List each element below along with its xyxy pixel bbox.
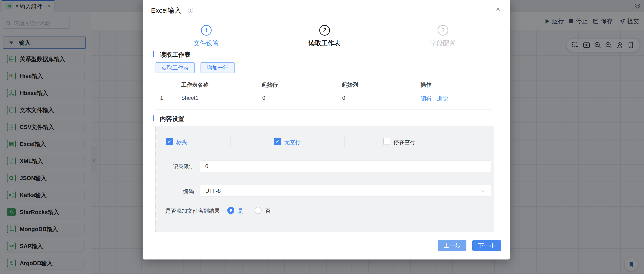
- divider: [344, 136, 345, 147]
- header-checkbox-label[interactable]: 标头: [176, 139, 187, 146]
- no-empty-row-checkbox-label[interactable]: 无空行: [284, 139, 301, 146]
- col-header-actions: 操作: [420, 81, 432, 88]
- table-divider: [155, 90, 492, 90]
- step-1-label[interactable]: 文件设置: [179, 39, 234, 48]
- table-divider: [155, 109, 492, 110]
- next-step-button[interactable]: 下一步: [472, 240, 501, 251]
- step-3-circle[interactable]: 3: [438, 25, 448, 36]
- modal-title: Excel输入: [151, 6, 181, 15]
- row-delete-link[interactable]: 删除: [437, 95, 448, 102]
- svg-text:?: ?: [190, 9, 192, 12]
- encoding-label: 编码: [183, 188, 194, 195]
- add-filename-label: 是否添加文件名到结果: [165, 207, 220, 215]
- app-root: DI * 输入组件 × 运行 停止 保存 提交: [0, 0, 644, 274]
- check-icon: ✓: [167, 138, 172, 144]
- row-start-row: 0: [262, 95, 265, 101]
- add-filename-yes-radio[interactable]: [227, 207, 234, 214]
- excel-input-modal: Excel输入 ? × 1 2 3 文件设置 读取工作表 字段配置 读取工作表 …: [142, 0, 510, 260]
- add-filename-no-radio[interactable]: [254, 207, 262, 214]
- encoding-select[interactable]: UTF-8: [200, 185, 491, 197]
- step-2-label[interactable]: 读取工作表: [297, 39, 352, 48]
- help-icon[interactable]: ?: [187, 7, 194, 13]
- sheet-section-heading: 读取工作表: [160, 51, 190, 59]
- stop-at-empty-checkbox-label[interactable]: 停在空行: [394, 139, 415, 146]
- section-bar: [153, 51, 154, 57]
- modal-close-icon[interactable]: ×: [494, 5, 502, 14]
- record-limit-input[interactable]: [200, 160, 491, 172]
- check-icon: ✓: [276, 138, 280, 144]
- row-start-col: 0: [342, 95, 345, 101]
- row-edit-link[interactable]: 编辑: [420, 95, 432, 102]
- col-header-start-col: 起始列: [342, 81, 358, 88]
- section-bar: [153, 115, 154, 121]
- no-empty-row-checkbox[interactable]: ✓: [274, 138, 281, 145]
- add-filename-no-label[interactable]: 否: [265, 207, 270, 215]
- content-settings-panel: ✓ 标头 ✓ 无空行 停在空行 记录限制 编码 UTF-8 是否添加文件名到结果…: [155, 126, 494, 232]
- step-2-circle[interactable]: 2: [319, 25, 330, 36]
- add-filename-yes-label[interactable]: 是: [238, 207, 243, 215]
- step-connector-2: [331, 30, 436, 30]
- col-header-start-row: 起始行: [262, 81, 278, 88]
- add-row-button[interactable]: 增加一行: [200, 62, 234, 73]
- content-section-heading: 内容设置: [160, 115, 184, 123]
- row-index: 1: [160, 95, 163, 101]
- table-divider: [155, 105, 492, 105]
- chevron-down-icon: [480, 188, 486, 194]
- step-connector-1: [212, 30, 318, 30]
- step-3-label[interactable]: 字段配置: [416, 39, 470, 48]
- row-sheet-name: Sheet1: [181, 95, 198, 101]
- step-1-circle[interactable]: 1: [201, 25, 212, 36]
- stop-at-empty-checkbox[interactable]: [383, 138, 390, 145]
- record-limit-label: 记录限制: [173, 163, 194, 170]
- prev-step-button[interactable]: 上一步: [438, 240, 466, 251]
- header-checkbox[interactable]: ✓: [166, 138, 173, 145]
- divider: [230, 136, 231, 147]
- fetch-sheets-button[interactable]: 获取工作表: [156, 62, 194, 73]
- col-header-sheet-name: 工作表名称: [181, 81, 208, 88]
